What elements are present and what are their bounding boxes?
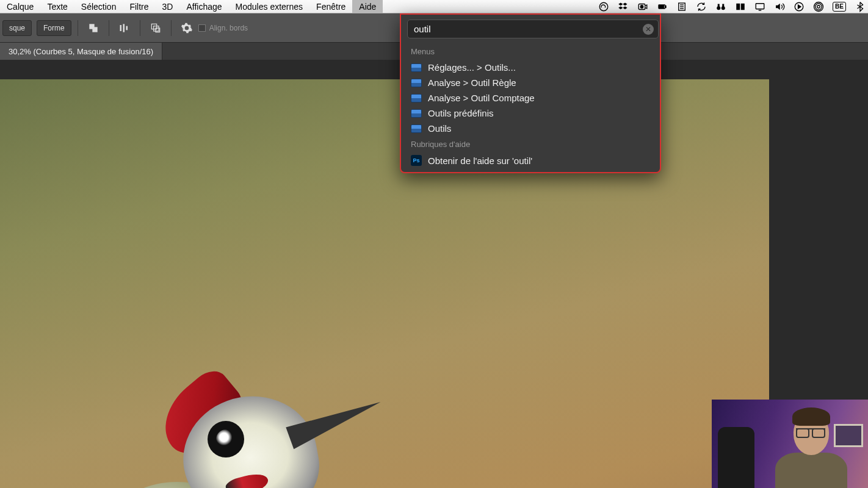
webcam-overlay [712, 400, 868, 488]
sync-icon[interactable] [696, 1, 707, 12]
svg-rect-23 [92, 27, 97, 32]
notes-icon[interactable] [676, 1, 687, 12]
screen-record-icon[interactable] [637, 1, 648, 12]
menu-selection[interactable]: Sélection [74, 0, 123, 13]
align-edges-label: Align. bords [209, 24, 248, 32]
volume-icon[interactable] [774, 1, 785, 12]
battery-icon[interactable] [657, 1, 668, 12]
help-section-menus: Menus [401, 43, 660, 60]
help-result-label: Obtenir de l'aide sur 'outil' [428, 156, 532, 166]
svg-rect-16 [756, 3, 764, 9]
airdrop-icon[interactable] [813, 1, 824, 12]
help-section-rubriques: Rubriques d'aide [401, 136, 660, 152]
clear-search-icon[interactable]: ✕ [643, 24, 654, 35]
menu-item-icon [411, 124, 422, 133]
svg-rect-26 [126, 26, 128, 30]
menubar-left: Calque Texte Sélection Filtre 3D Afficha… [0, 0, 383, 13]
help-result-analyse-comptage[interactable]: Analyse > Outil Comptage [401, 90, 660, 106]
divider [171, 20, 172, 36]
help-result-get-help[interactable]: Ps Obtenir de l'aide sur 'outil' [401, 152, 660, 168]
binoculars-icon[interactable] [715, 1, 726, 12]
menubar-status-area: BE [598, 1, 868, 12]
help-result-label: Outils prédéfinis [428, 108, 494, 118]
bird-illustration [98, 348, 391, 488]
svg-rect-12 [718, 4, 720, 7]
help-result-label: Réglages... > Outils... [428, 62, 516, 73]
svg-rect-24 [120, 25, 121, 31]
menu-3d[interactable]: 3D [156, 0, 180, 13]
svg-point-19 [817, 5, 820, 8]
svg-point-2 [640, 5, 643, 8]
split-view-icon[interactable] [735, 1, 746, 12]
presenter-figure [770, 403, 850, 488]
help-search-panel: ✕ Menus Réglages... > Outils... Analyse … [400, 13, 661, 173]
help-result-label: Analyse > Outil Règle [428, 77, 516, 88]
menu-calque[interactable]: Calque [0, 0, 40, 13]
svg-rect-29 [156, 28, 160, 32]
mac-menubar: Calque Texte Sélection Filtre 3D Afficha… [0, 0, 868, 13]
path-operations-icon[interactable] [87, 21, 100, 35]
divider [78, 20, 78, 36]
svg-point-11 [722, 6, 725, 10]
help-result-outils-predefinis[interactable]: Outils prédéfinis [401, 106, 660, 121]
creative-cloud-icon[interactable] [598, 1, 609, 12]
align-edges-checkbox[interactable] [198, 24, 206, 32]
path-arrangement-icon[interactable] [149, 21, 162, 35]
menu-affichage[interactable]: Affichage [179, 0, 228, 13]
menu-item-icon [411, 63, 422, 72]
menu-modules-externes[interactable]: Modules externes [229, 0, 310, 13]
help-result-outils[interactable]: Outils [401, 121, 660, 136]
menu-filtre[interactable]: Filtre [123, 0, 155, 13]
svg-rect-14 [736, 3, 740, 10]
language-indicator[interactable]: BE [833, 2, 846, 12]
shape-mode-button[interactable]: Forme [37, 20, 71, 36]
svg-point-10 [717, 6, 720, 10]
help-result-analyse-regle[interactable]: Analyse > Outil Règle [401, 75, 660, 90]
divider [140, 20, 140, 36]
photoshop-icon: Ps [411, 155, 422, 166]
document-tab[interactable]: 30,2% (Courbes 5, Masque de fusion/16) [0, 43, 162, 60]
help-search-input[interactable] [407, 20, 659, 38]
play-icon[interactable] [794, 1, 805, 12]
gear-icon[interactable] [180, 21, 193, 35]
menu-item-icon [411, 79, 422, 87]
help-result-label: Analyse > Outil Comptage [428, 93, 535, 103]
path-alignment-icon[interactable] [118, 21, 131, 35]
dropbox-icon[interactable] [618, 1, 629, 12]
svg-rect-25 [123, 24, 125, 32]
display-icon[interactable] [754, 1, 765, 12]
menu-item-icon [411, 109, 422, 118]
help-result-reglages-outils[interactable]: Réglages... > Outils... [401, 60, 660, 75]
mask-mode-button[interactable]: sque [2, 20, 32, 36]
svg-rect-28 [153, 26, 158, 30]
menu-item-icon [411, 94, 422, 102]
help-result-label: Outils [428, 123, 451, 134]
menu-aide[interactable]: Aide [352, 0, 383, 13]
divider [109, 20, 109, 36]
menu-fenetre[interactable]: Fenêtre [309, 0, 352, 13]
svg-rect-5 [665, 5, 667, 7]
svg-rect-13 [722, 4, 724, 7]
svg-rect-4 [659, 5, 664, 8]
menu-texte[interactable]: Texte [40, 0, 74, 13]
svg-point-20 [816, 3, 822, 10]
bluetooth-icon[interactable] [855, 1, 866, 12]
svg-rect-15 [741, 3, 745, 10]
